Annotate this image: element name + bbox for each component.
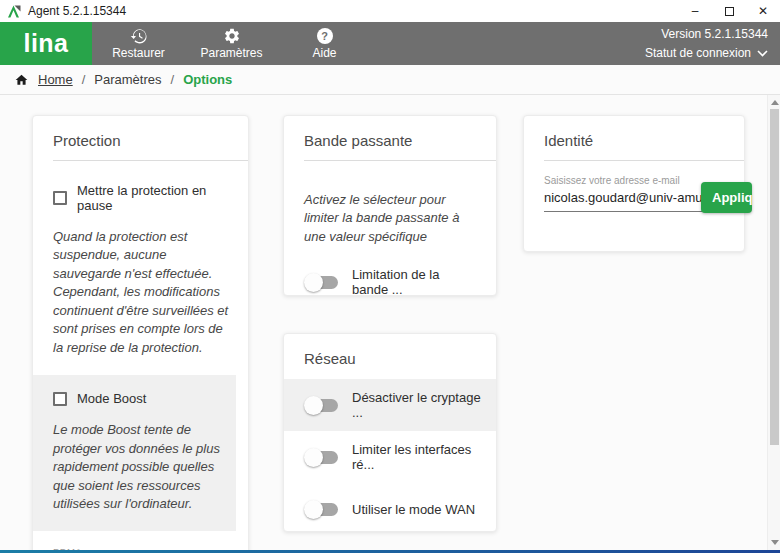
network-toggle-row: Limiter les interfaces ré...	[284, 431, 496, 483]
breadcrumb-separator: /	[73, 72, 95, 87]
app-window: Agent 5.2.1.15344 – ✕ lina Restaurer	[0, 0, 780, 560]
bandwidth-limit-label: Limitation de la bande ...	[352, 267, 478, 297]
bandwidth-panel: Bande passante Activez le sélecteur pour…	[283, 115, 497, 296]
toolbar-label: Restaurer	[112, 46, 165, 60]
mode-boost-label: Mode Boost	[77, 391, 146, 406]
breadcrumb-home[interactable]: Home	[38, 72, 73, 87]
toolbar-right-info: Version 5.2.1.15344 Statut de connexion	[645, 22, 780, 65]
toolbar-button-parametres[interactable]: Paramètres	[185, 22, 278, 65]
titlebar: Agent 5.2.1.15344 – ✕	[0, 0, 780, 22]
protection-panel: Protection Mettre la protection en pause…	[32, 115, 249, 550]
version-text: Version 5.2.1.15344	[661, 27, 768, 41]
panel-title: Bande passante	[284, 116, 496, 149]
lina-logo[interactable]: lina	[0, 22, 92, 65]
connection-status-label: Statut de connexion	[645, 46, 751, 60]
apply-button[interactable]: Appliquer	[701, 182, 752, 213]
wan-mode-label: Utiliser le mode WAN	[352, 502, 475, 517]
toolbar-button-aide[interactable]: ? Aide	[278, 22, 371, 65]
window-bottom-margin	[0, 553, 780, 560]
pause-protection-checkbox[interactable]	[53, 191, 67, 205]
history-icon	[130, 27, 148, 45]
bandwidth-description: Activez le sélecteur pour limiter la ban…	[304, 191, 478, 246]
scrollbar-up-arrow-icon[interactable]	[771, 100, 779, 105]
panel-title: Protection	[33, 116, 248, 149]
toolbar-button-restaurer[interactable]: Restaurer	[92, 22, 185, 65]
main-toolbar: lina Restaurer Paramètres ? Aide	[0, 22, 780, 65]
close-button[interactable]: ✕	[746, 0, 780, 22]
wan-mode-toggle[interactable]	[306, 503, 338, 516]
toolbar-label: Aide	[312, 46, 336, 60]
settings-content: Protection Mettre la protection en pause…	[0, 95, 780, 550]
breadcrumb-separator: /	[162, 72, 184, 87]
app-logo-icon	[8, 5, 21, 18]
panel-title: Identité	[524, 116, 744, 149]
bandwidth-limit-row: Limitation de la bande ...	[304, 267, 478, 297]
chevron-down-icon	[757, 50, 768, 57]
pdma-label: PDMA	[53, 546, 230, 550]
mode-boost-row: Mode Boost	[53, 391, 228, 406]
network-panel: Réseau Désactiver le cryptage ... Limite…	[283, 333, 497, 532]
close-icon: ✕	[758, 4, 768, 18]
email-field-label: Saisissez votre adresse e-mail	[544, 175, 724, 186]
pause-protection-row: Mettre la protection en pause	[53, 183, 230, 213]
pause-protection-description: Quand la protection est suspendue, aucun…	[53, 228, 230, 357]
divider	[53, 160, 248, 161]
bandwidth-limit-toggle[interactable]	[306, 276, 338, 289]
disable-encryption-toggle[interactable]	[306, 399, 338, 412]
window-controls: – ✕	[678, 0, 780, 22]
mode-boost-description: Le mode Boost tente de protéger vos donn…	[53, 421, 228, 513]
help-icon: ?	[317, 27, 333, 45]
window-title: Agent 5.2.1.15344	[28, 4, 126, 18]
pause-protection-label: Mettre la protection en pause	[77, 183, 230, 213]
mode-boost-checkbox[interactable]	[53, 392, 67, 406]
network-toggle-row: Désactiver le cryptage ...	[284, 379, 496, 431]
maximize-icon	[725, 7, 734, 16]
toolbar-label: Paramètres	[200, 46, 262, 60]
divider	[304, 160, 496, 161]
scrollbar-down-arrow-icon[interactable]	[771, 540, 779, 545]
home-icon[interactable]	[14, 73, 29, 87]
breadcrumb: Home / Paramètres / Options	[0, 65, 780, 95]
maximize-button[interactable]	[712, 0, 746, 22]
limit-interfaces-label: Limiter les interfaces ré...	[352, 442, 482, 472]
network-toggle-row: Utiliser le mode WAN	[284, 483, 496, 535]
mode-boost-section: Mode Boost Le mode Boost tente de protég…	[33, 375, 236, 531]
limit-interfaces-toggle[interactable]	[306, 451, 338, 464]
scrollbar-thumb[interactable]	[770, 109, 779, 445]
breadcrumb-current-options: Options	[183, 72, 232, 87]
connection-status-dropdown[interactable]: Statut de connexion	[645, 46, 768, 60]
disable-encryption-label: Désactiver le cryptage ...	[352, 390, 482, 420]
lina-logo-text: lina	[23, 31, 68, 56]
vertical-scrollbar[interactable]	[767, 95, 780, 550]
question-mark-glyph: ?	[317, 28, 333, 44]
breadcrumb-parametres[interactable]: Paramètres	[94, 72, 161, 87]
minimize-icon: –	[692, 4, 699, 18]
minimize-button[interactable]: –	[678, 0, 712, 22]
gear-icon	[223, 27, 241, 45]
panel-title: Réseau	[284, 334, 496, 379]
email-input[interactable]	[544, 186, 702, 212]
